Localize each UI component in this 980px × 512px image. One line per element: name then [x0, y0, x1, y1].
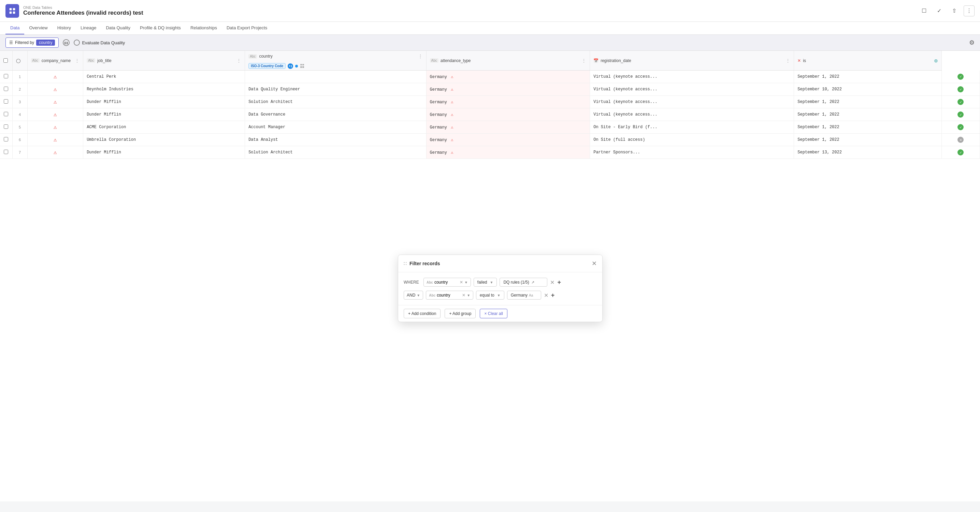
row-number: 1: [12, 71, 27, 83]
operator-label-1: failed: [477, 280, 487, 285]
col-header-status: ◯: [12, 51, 27, 71]
table-row: 1⚠Central PerkGermany ⚠Virtual (keynote …: [0, 71, 980, 83]
tab-data[interactable]: Data: [5, 22, 24, 35]
row-job: Solution Architect: [245, 96, 426, 108]
row-checkbox[interactable]: [4, 99, 8, 104]
row-checkbox[interactable]: [4, 137, 8, 141]
operator-label-2: equal to: [480, 293, 495, 298]
col-header-company: Abc company_name ⋮: [27, 51, 83, 71]
table-row: 3⚠Dunder MifflinSolution ArchitectGerman…: [0, 96, 980, 108]
share-button[interactable]: ⇧: [948, 5, 959, 16]
field-clear-1[interactable]: ✕: [460, 280, 463, 285]
row-checkbox[interactable]: [4, 124, 8, 129]
app-title: Conference Attendees (invalid records) t…: [23, 10, 919, 16]
col-type-cal: 📅: [593, 58, 598, 63]
tab-relationships[interactable]: Relationships: [186, 22, 222, 35]
add-group-label: + Add group: [449, 311, 471, 316]
row-error-status: ⚠: [27, 146, 83, 159]
row-regdate: September 13, 2022: [794, 146, 942, 159]
add-condition-button[interactable]: + Add condition: [404, 309, 441, 319]
row-checkbox[interactable]: [4, 112, 8, 116]
row-checkbox[interactable]: [4, 150, 8, 154]
row-error-status: ⚠: [27, 108, 83, 121]
error-icon: ⚠: [54, 124, 57, 130]
tab-lineage[interactable]: Lineage: [76, 22, 101, 35]
row-country: Germany ⚠: [426, 121, 590, 134]
more-button[interactable]: ⋮: [964, 5, 975, 16]
col-country-menu[interactable]: ⋮: [418, 54, 423, 59]
filter-field-input-1[interactable]: [434, 280, 458, 285]
tab-profile-dq[interactable]: Profile & DQ insights: [135, 22, 186, 35]
settings-button[interactable]: ⚙: [969, 39, 975, 46]
col-header-regdate: 📅 registration_date ⋮: [590, 51, 794, 71]
row-number: 6: [12, 134, 27, 146]
expand-icon[interactable]: ↗: [531, 280, 535, 284]
row-valid: ✕: [942, 134, 980, 146]
dialog-close-button[interactable]: ✕: [592, 260, 597, 267]
add-group-button[interactable]: + Add group: [445, 309, 476, 319]
filter-field-input-2[interactable]: [437, 293, 461, 298]
tab-overview[interactable]: Overview: [24, 22, 52, 35]
table-row: 4⚠Dunder MifflinData GovernanceGermany ⚠…: [0, 108, 980, 121]
row-checkbox[interactable]: [4, 74, 8, 78]
filter-operator-1[interactable]: failed ▼: [474, 278, 497, 287]
tab-history[interactable]: History: [52, 22, 76, 35]
row-valid: ✓: [942, 83, 980, 96]
row-regdate: September 1, 2022: [794, 108, 942, 121]
add-row-1[interactable]: +: [557, 279, 561, 286]
and-select[interactable]: AND ▼: [404, 291, 423, 300]
col-is-menu[interactable]: ⊕: [934, 58, 938, 63]
row-job: Data Analyst: [245, 134, 426, 146]
filter-button[interactable]: ☰ Filtered by country: [5, 38, 59, 48]
tag-plus: +1: [288, 63, 293, 69]
row-valid: ✓: [942, 108, 980, 121]
col-company-menu[interactable]: ⋮: [75, 58, 80, 63]
filter-field-country2[interactable]: Abc ✕ ▼: [426, 291, 473, 300]
clear-all-label: × Clear all: [484, 311, 503, 316]
row-country: Germany ⚠: [426, 108, 590, 121]
col-regdate-menu[interactable]: ⋮: [786, 58, 790, 63]
clear-all-button[interactable]: × Clear all: [480, 309, 507, 319]
field-chevron-2[interactable]: ▼: [467, 293, 470, 297]
col-attendance-menu[interactable]: ⋮: [581, 58, 586, 63]
remove-row-2[interactable]: ✕: [544, 292, 548, 298]
row-attendance: On Site (full access): [590, 134, 794, 146]
remove-row-1[interactable]: ✕: [550, 279, 555, 285]
field-clear-2[interactable]: ✕: [462, 293, 465, 298]
valid-check-icon: ✓: [958, 74, 964, 80]
checkbox-button[interactable]: ✓: [934, 5, 945, 16]
abc-icon-1: Abc: [426, 280, 433, 284]
dialog-footer: + Add condition + Add group × Clear all: [398, 305, 602, 322]
row-country: Germany ⚠: [426, 83, 590, 96]
field-chevron-1[interactable]: ▼: [465, 280, 468, 284]
filter-operator-2[interactable]: equal to ▼: [476, 291, 504, 300]
filter-field-country1[interactable]: Abc ✕ ▼: [423, 278, 471, 287]
select-all-checkbox[interactable]: [3, 58, 8, 63]
country-error-icon: ⚠: [451, 150, 453, 155]
data-table: ◯ Abc company_name ⋮ Abc job_title: [0, 51, 980, 159]
filter-value-field[interactable]: Germany Aa: [507, 291, 541, 300]
col-job-menu[interactable]: ⋮: [237, 58, 241, 63]
filter-tag-icon[interactable]: ☷: [300, 63, 304, 69]
tab-export[interactable]: Data Export Projects: [222, 22, 272, 35]
pause-icon: ▮▮: [63, 39, 70, 46]
iso-tag: ISO-3 Country Code: [248, 63, 286, 69]
row-checkbox[interactable]: [4, 87, 8, 91]
app-header: ONE Data Tables Conference Attendees (in…: [0, 0, 980, 22]
add-row-2[interactable]: +: [551, 292, 555, 299]
app-subtitle: ONE Data Tables: [23, 5, 919, 10]
comment-button[interactable]: ☐: [919, 5, 929, 16]
filter-dq-rules[interactable]: DQ rules (1/5) ↗: [500, 278, 547, 287]
row-attendance: Partner Sponsors...: [590, 146, 794, 159]
country-error-icon: ⚠: [451, 100, 453, 105]
tab-data-quality[interactable]: Data Quality: [101, 22, 135, 35]
row-company: Dunder Mifflin: [83, 108, 245, 121]
header-text: ONE Data Tables Conference Attendees (in…: [23, 5, 919, 16]
row-valid: ✓: [942, 96, 980, 108]
valid-check-icon: ✓: [958, 149, 964, 155]
evaluate-button[interactable]: Evaluate Data Quality: [74, 40, 125, 46]
filter-dialog: ∷ Filter records ✕ WHERE Abc ✕ ▼ failed …: [398, 255, 603, 322]
error-icon: ⚠: [54, 112, 57, 118]
table-body: 1⚠Central PerkGermany ⚠Virtual (keynote …: [0, 71, 980, 159]
svg-rect-2: [10, 11, 11, 13]
